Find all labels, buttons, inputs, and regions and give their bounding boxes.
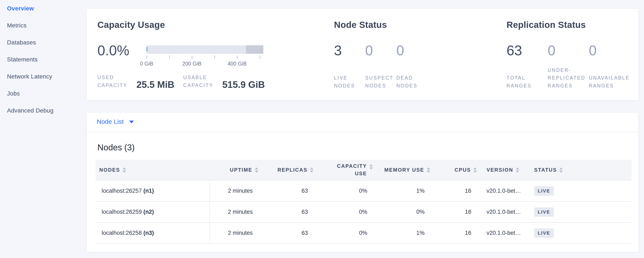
node-address-link[interactable]: localhost:26258 xyxy=(102,230,142,236)
node-status-title: Node Status xyxy=(334,20,387,30)
sidebar-item[interactable]: Advanced Debug xyxy=(0,105,86,122)
axis-tick xyxy=(192,56,192,59)
status-cell: LIVE xyxy=(531,201,586,222)
replicas-cell: 63 xyxy=(261,222,316,243)
node-id: (n1) xyxy=(144,188,154,194)
table-row[interactable]: localhost:26258 (n3) 2 minutes 63 0% 1% … xyxy=(96,222,632,243)
node-status-stats: 3 LIVE NODES 0 SUSPECT NODES 0 DEAD NODE… xyxy=(334,43,428,89)
node-address-link[interactable]: localhost:26257 xyxy=(102,188,142,194)
node-list-dropdown-label: Node List xyxy=(97,118,124,125)
status-badge: LIVE xyxy=(534,186,554,196)
axis-tick-label: 200 GiB xyxy=(182,61,201,67)
axis-tick-label: 400 GiB xyxy=(228,61,246,67)
axis-tick xyxy=(260,56,260,59)
node-id: (n3) xyxy=(144,230,154,236)
capacity-bar-used-segment xyxy=(146,47,147,51)
sort-icon xyxy=(123,167,126,173)
capacity-stats: USED CAPACITY 25.5 MiB USABLE CAPACITY 5… xyxy=(98,74,265,89)
node-address-cell: localhost:26257 (n1) xyxy=(96,180,210,201)
sidebar-item[interactable]: Overview xyxy=(0,4,86,21)
status-stat-label: DEAD NODES xyxy=(396,74,426,89)
status-stat: 63 TOTAL RANGES xyxy=(506,43,548,89)
column-header-version[interactable]: VERSION xyxy=(480,160,531,180)
node-address-link[interactable]: localhost:26259 xyxy=(102,209,142,215)
replicas-cell: 63 xyxy=(261,201,316,222)
capacity-bar-reserved-segment xyxy=(246,45,264,54)
sort-icon xyxy=(427,167,430,173)
node-address-cell: localhost:26258 (n3) xyxy=(96,222,210,243)
column-header-uptime[interactable]: UPTIME xyxy=(210,160,261,180)
sort-icon xyxy=(310,167,314,173)
column-header-nodes[interactable]: NODES xyxy=(96,160,210,180)
cpus-cell: 16 xyxy=(433,222,480,243)
version-cell: v20.1.0-bet… xyxy=(480,222,531,243)
capacity-stat: USED CAPACITY 25.5 MiB xyxy=(98,74,174,89)
node-status-section: Node Status 3 LIVE NODES 0 SUSPECT NODES… xyxy=(334,9,461,100)
status-stat-value: 0 xyxy=(396,43,428,58)
sidebar-item[interactable]: Jobs xyxy=(0,88,86,105)
nodes-heading: Nodes (3) xyxy=(98,143,135,152)
node-address-cell: localhost:26259 (n2) xyxy=(96,201,210,222)
nodes-table: NODES UPTIME REPLICAS CAPACITY USE MEMOR… xyxy=(96,160,632,244)
axis-tick xyxy=(237,56,238,59)
column-header-memory-use[interactable]: MEMORY USE xyxy=(376,160,433,180)
capacity-stat-value: 25.5 MiB xyxy=(136,80,174,89)
memory-use-cell: 1% xyxy=(376,222,433,243)
axis-tick xyxy=(169,56,170,59)
uptime-cell: 2 minutes xyxy=(210,201,261,222)
status-stat: 3 LIVE NODES xyxy=(334,43,365,89)
status-stat: 0 SUSPECT NODES xyxy=(365,43,396,89)
status-cell: LIVE xyxy=(531,180,586,201)
cpus-cell: 16 xyxy=(433,201,480,222)
column-header-capacity-use[interactable]: CAPACITY USE xyxy=(316,160,376,180)
capacity-usage-section: Capacity Usage 0.0% 0 GiB200 GiB400 GiB … xyxy=(98,9,326,100)
table-row[interactable]: localhost:26257 (n1) 2 minutes 63 0% 1% … xyxy=(96,180,632,201)
version-cell: v20.1.0-bet… xyxy=(480,180,531,201)
node-list-header: Node List xyxy=(87,112,638,132)
version-cell: v20.1.0-bet… xyxy=(480,201,531,222)
status-stat-label: LIVE NODES xyxy=(334,74,364,89)
status-stat-value: 3 xyxy=(334,43,365,58)
status-stat-label: UNDER-REPLICATED RANGES xyxy=(548,66,589,89)
sidebar-item[interactable]: Statements xyxy=(0,54,86,71)
uptime-cell: 2 minutes xyxy=(210,222,261,243)
axis-tick xyxy=(146,56,147,59)
uptime-cell: 2 minutes xyxy=(210,180,261,201)
capacity-usage-title: Capacity Usage xyxy=(98,20,165,30)
memory-use-cell: 1% xyxy=(376,180,433,201)
replication-status-section: Replication Status 63 TOTAL RANGES 0 UND… xyxy=(506,9,639,100)
capacity-stat-label: USABLE CAPACITY xyxy=(183,74,220,89)
column-header-replicas[interactable]: REPLICAS xyxy=(261,160,316,180)
sort-icon xyxy=(370,164,373,170)
capacity-stat-value: 515.9 GiB xyxy=(222,80,265,89)
column-header-cpus[interactable]: CPUS xyxy=(433,160,480,180)
table-header-row: NODES UPTIME REPLICAS CAPACITY USE MEMOR… xyxy=(96,160,632,180)
chevron-down-icon xyxy=(129,120,134,123)
table-row[interactable]: localhost:26259 (n2) 2 minutes 63 0% 0% … xyxy=(96,201,632,222)
sidebar-item[interactable]: Databases xyxy=(0,37,86,54)
sort-icon xyxy=(474,167,477,173)
status-stat-label: UNAVAILABLE RANGES xyxy=(589,74,630,89)
capacity-axis: 0 GiB200 GiB400 GiB xyxy=(146,55,263,70)
replication-status-title: Replication Status xyxy=(506,20,586,30)
sort-icon xyxy=(255,167,258,173)
sort-icon xyxy=(516,167,519,173)
node-id: (n2) xyxy=(144,209,154,215)
column-header-status[interactable]: STATUS xyxy=(531,160,586,180)
status-cell: LIVE xyxy=(531,222,586,243)
status-stat: 0 UNAVAILABLE RANGES xyxy=(589,43,630,89)
replicas-cell: 63 xyxy=(261,180,316,201)
capacity-bar xyxy=(146,45,263,54)
replication-status-stats: 63 TOTAL RANGES 0 UNDER-REPLICATED RANGE… xyxy=(506,43,630,89)
node-list-dropdown[interactable]: Node List xyxy=(97,118,134,125)
sidebar-item[interactable]: Network Latency xyxy=(0,71,86,88)
sidebar-item[interactable]: Metrics xyxy=(0,21,86,37)
axis-tick-label: 0 GiB xyxy=(140,61,154,67)
memory-use-cell: 0% xyxy=(376,201,433,222)
status-stat-label: SUSPECT NODES xyxy=(365,74,395,89)
status-badge: LIVE xyxy=(534,207,554,217)
status-stat-value: 63 xyxy=(506,43,548,58)
capacity-used-percent: 0.0% xyxy=(98,43,129,58)
capacity-use-cell: 0% xyxy=(316,180,376,201)
cluster-summary-card: Capacity Usage 0.0% 0 GiB200 GiB400 GiB … xyxy=(86,9,639,100)
